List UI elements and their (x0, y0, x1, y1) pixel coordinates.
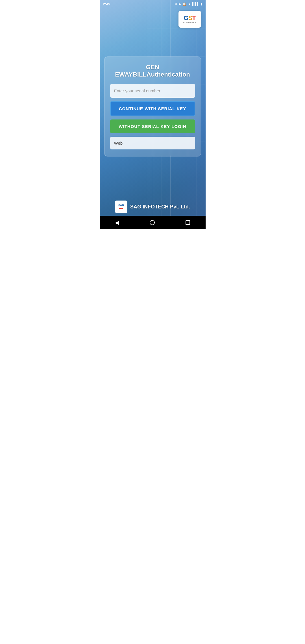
play-icon: ▶ (179, 2, 181, 6)
status-icons: ⚙ ▶ 📋 ▲ ▌▌▌ ▮ (175, 2, 202, 6)
nav-recent-square (186, 220, 190, 225)
nav-bar: ◀ (100, 216, 206, 229)
logo-text: GST (183, 15, 196, 21)
logo-g: G (184, 14, 188, 21)
battery-icon: ▮ (201, 2, 202, 6)
nav-recent-button[interactable] (180, 218, 196, 227)
status-time: 2:49 (103, 2, 110, 6)
serial-number-input[interactable] (110, 84, 195, 98)
logo-t: T (192, 14, 195, 21)
status-bar: 2:49 ⚙ ▶ 📋 ▲ ▌▌▌ ▮ (100, 0, 206, 8)
without-serial-key-login-button[interactable]: WITHOUT SERIAL KEY LOGIN (110, 119, 195, 133)
login-type-dropdown[interactable]: WebDesktop (110, 137, 195, 149)
company-name: SAG INFOTECH Pvt. Ltd. (130, 204, 190, 210)
nav-home-circle (150, 220, 155, 225)
wifi-icon: ▲ (188, 2, 191, 6)
clipboard-icon: 📋 (182, 2, 186, 6)
logo-s: S (188, 14, 192, 21)
sag-logo-text: SAG ■■■■ (118, 204, 124, 210)
auth-card: GEN EWAYBILLAuthentication CONTINUE WITH… (104, 56, 201, 156)
sag-logo: SAG ■■■■ (115, 201, 127, 213)
nav-home-button[interactable] (144, 218, 160, 227)
logo-subtitle: SOFTWARE (183, 21, 196, 23)
footer: SAG ■■■■ SAG INFOTECH Pvt. Ltd. (100, 198, 206, 215)
settings-icon: ⚙ (175, 2, 177, 6)
app-logo: GST SOFTWARE (178, 11, 201, 28)
continue-with-serial-key-button[interactable]: CONTINUE WITH SERIAL KEY (110, 101, 195, 116)
nav-back-button[interactable]: ◀ (109, 217, 125, 228)
signal-icon: ▌▌▌ (192, 2, 199, 6)
card-title: GEN EWAYBILLAuthentication (110, 64, 195, 78)
